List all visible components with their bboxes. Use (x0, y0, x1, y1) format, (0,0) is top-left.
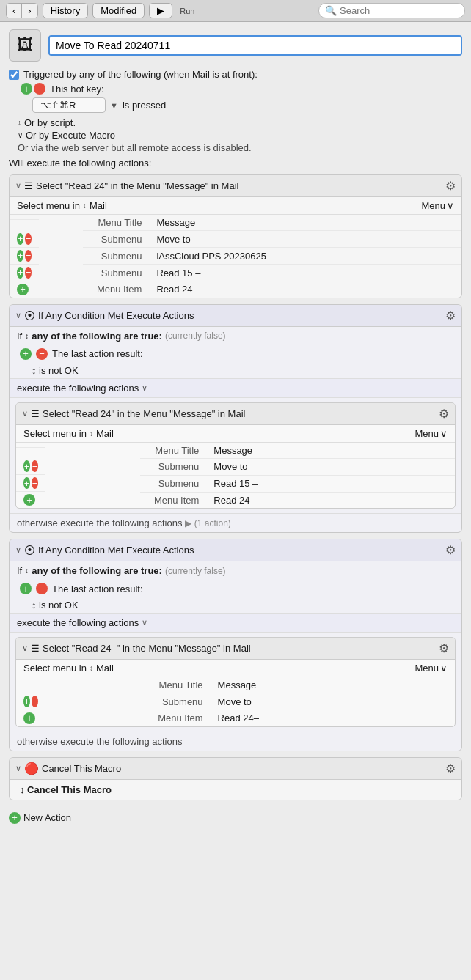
table-row: + − Submenu Move to (10, 231, 461, 248)
collapse-inner-1[interactable]: ∨ (22, 409, 28, 419)
remove-hotkey-button[interactable]: − (34, 83, 45, 95)
or-by-script-row[interactable]: ↕ Or by script. (18, 117, 462, 128)
remove-row-btn[interactable]: − (32, 477, 38, 489)
gear-condition-1[interactable]: ⚙ (445, 309, 456, 323)
collapse-cancel[interactable]: ∨ (15, 764, 21, 773)
menu-select-row-1: Select menu in ↕ Mail Menu ∨ (10, 197, 461, 215)
content-area: 🖼 Triggered by any of the following (whe… (0, 22, 471, 837)
row-type-label: Submenu (83, 248, 149, 265)
table-row: Menu Title Message (16, 443, 455, 459)
remove-row-btn[interactable]: − (25, 250, 32, 262)
remove-row-btn[interactable]: − (32, 696, 38, 707)
remove-row-btn[interactable]: − (32, 460, 38, 472)
inner-menu-right-1[interactable]: Menu ∨ (415, 428, 448, 439)
add-row-btn[interactable]: + (23, 696, 30, 707)
inner-select-menu-label-2: Select menu in (23, 663, 87, 674)
action-title-1: Select "Read 24" in the Menu "Message" i… (36, 180, 442, 191)
menu-title-label-1: Menu Title (83, 215, 149, 231)
menu-dropdown-1: ∨ (447, 200, 454, 211)
inner-mail-chevron-1: ↕ (90, 430, 93, 438)
macro-title-input[interactable] (48, 35, 462, 56)
gear-action-1[interactable]: ⚙ (445, 179, 456, 193)
search-input[interactable] (340, 5, 459, 16)
trigger-checkbox[interactable] (9, 70, 19, 80)
execute-text-1: execute the following actions (17, 383, 139, 394)
collapse-condition-2[interactable]: ∨ (15, 545, 21, 555)
execute-dropdown-1[interactable]: ∨ (142, 383, 147, 393)
is-not-ok-text-1: ↕ is not OK (32, 365, 78, 376)
macro-header: 🖼 (9, 29, 462, 62)
search-icon: 🔍 (325, 5, 337, 16)
hotkey-dropdown-arrow[interactable]: ▼ (110, 101, 118, 110)
inner-menu-label-1: Menu (415, 428, 439, 439)
hotkey-value[interactable]: ⌥⇧⌘R (32, 97, 106, 113)
new-action-row: + New Action (9, 806, 462, 830)
inner-select-menu-label-1: Select menu in (23, 428, 87, 439)
remove-condition-btn[interactable]: − (36, 348, 48, 360)
add-hotkey-button[interactable]: + (21, 83, 32, 95)
new-action-plus-icon: + (9, 812, 21, 824)
condition-header-1: ∨ ⦿ If Any Condition Met Execute Actions… (10, 305, 461, 327)
collapse-condition-1[interactable]: ∨ (15, 311, 21, 320)
forward-button[interactable]: › (22, 4, 37, 18)
menu-right-1[interactable]: Menu ∨ (421, 200, 454, 211)
inner-menu-label-2: Menu (415, 663, 439, 674)
macro-icon-symbol: 🖼 (17, 36, 33, 55)
condition-icon-2: ⦿ (24, 544, 35, 556)
execute-dropdown-2[interactable]: ∨ (142, 618, 147, 627)
inner-action-header-2: ∨ ☰ Select "Read 24–" in the Menu "Messa… (16, 638, 455, 660)
collapse-action-1[interactable]: ∨ (15, 181, 21, 191)
add-row-btn[interactable]: + (17, 233, 23, 245)
gear-inner-2[interactable]: ⚙ (439, 641, 449, 655)
action-block-1: ∨ ☰ Select "Read 24" in the Menu "Messag… (9, 174, 462, 298)
inner-menu-icon-1: ☰ (31, 408, 40, 419)
inner-menu-right-2[interactable]: Menu ∨ (415, 663, 448, 674)
condition-icon-1: ⦿ (24, 309, 35, 322)
row-type-label: Submenu (83, 265, 149, 281)
modified-button[interactable]: Modified (92, 3, 145, 18)
if-label-1: If (17, 331, 22, 342)
table-row: + − Submenu Move to (16, 693, 455, 710)
condition-result-row-1: + − The last action result: (10, 345, 461, 363)
add-row-btn[interactable]: + (17, 267, 23, 279)
otherwise-row-2: otherwise execute the following actions (10, 732, 461, 751)
condition-title-2: If Any Condition Met Execute Actions (38, 545, 442, 556)
result-label-2: The last action result: (52, 583, 143, 594)
remove-condition-btn-2[interactable]: − (36, 583, 48, 594)
add-condition-btn[interactable]: + (20, 348, 32, 360)
add-row-btn[interactable]: + (23, 494, 35, 506)
add-row-btn[interactable]: + (23, 477, 30, 489)
condition-if-row-1: If ↕ any of the following are true: (cur… (10, 327, 461, 345)
cancel-body: ↕ Cancel This Macro (10, 780, 461, 800)
or-by-execute-row[interactable]: ∨ Or by Execute Macro (18, 130, 462, 141)
inner-mail-label-2: Mail (96, 663, 114, 674)
toolbar: ‹ › History Modified ▶ Run 🔍 (0, 0, 471, 22)
add-row-btn[interactable]: + (23, 460, 30, 472)
back-button[interactable]: ‹ (7, 4, 22, 18)
if-chevron-1: ↕ (25, 332, 29, 340)
remove-row-btn[interactable]: − (25, 233, 32, 245)
condition-result-row-2: + − The last action result: (10, 580, 461, 597)
remove-row-btn[interactable]: − (25, 267, 32, 279)
gear-inner-1[interactable]: ⚙ (439, 407, 449, 421)
collapse-inner-2[interactable]: ∨ (22, 644, 28, 653)
search-box[interactable]: 🔍 (318, 3, 465, 18)
condition-if-row-2: If ↕ any of the following are true: (cur… (10, 561, 461, 580)
new-action-label: New Action (23, 812, 71, 823)
new-action-button[interactable]: + New Action (9, 812, 71, 824)
add-row-btn[interactable]: + (17, 284, 29, 295)
or-by-script-label: Or by script. (24, 117, 76, 128)
result-label-1: The last action result: (52, 348, 143, 359)
gear-cancel[interactable]: ⚙ (445, 762, 456, 775)
any-text-2: any of the following are true: (32, 565, 162, 576)
run-button[interactable]: ▶ (149, 3, 172, 18)
inner-menu-dropdown-1: ∨ (440, 428, 448, 439)
history-button[interactable]: History (43, 3, 88, 18)
inner-menu-select-left-2: Select menu in ↕ Mail (23, 663, 114, 674)
row-value: Read 24 (149, 281, 461, 298)
gear-condition-2[interactable]: ⚙ (445, 543, 456, 557)
add-row-btn[interactable]: + (23, 712, 35, 724)
add-row-btn[interactable]: + (17, 250, 23, 262)
add-condition-btn-2[interactable]: + (20, 583, 32, 594)
one-action-1: ▶ (1 action) (185, 518, 230, 528)
